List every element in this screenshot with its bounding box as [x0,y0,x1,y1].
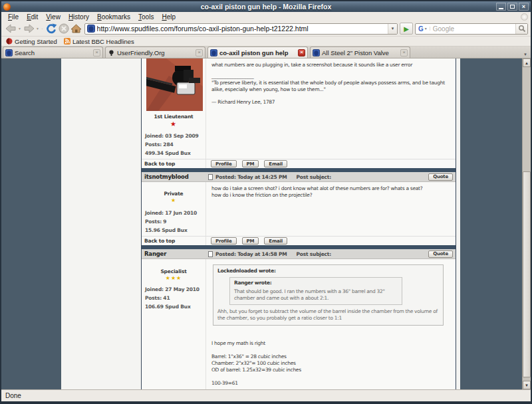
user-joined: Joined: 27 May 2010 [145,285,205,294]
posted-timestamp: Posted: Today at 14:58 PM [215,251,287,257]
quote-author: Lockednloaded wrote: [217,268,439,274]
tab-userfriendly[interactable]: UserFriendly.Org × [105,47,205,58]
search-box[interactable]: G ▼ Google [415,23,528,35]
profile-button[interactable]: Profile [211,237,237,245]
quote-button[interactable]: Quote [428,173,453,181]
user-post-count: Posts: 9 [145,217,205,226]
menu-bookmarks[interactable]: Bookmarks [93,13,134,21]
tab-label: Search [13,49,93,56]
post-2-user-column: Private ★ Joined: 17 Jun 2010 Posts: 9 1… [142,182,206,236]
menu-help[interactable]: Help [158,13,180,21]
search-engine-dropdown-icon[interactable]: ▼ [424,27,430,31]
avatar [146,58,203,111]
tab-label: UserFriendly.Org [115,49,196,56]
post-author[interactable]: itsnotmyblood [142,173,206,180]
tab-piston-valve[interactable]: All Steel 2" Piston Valve × [310,47,410,58]
url-input[interactable]: http://www.spudfiles.com/forums/co-axil-… [97,25,388,33]
tab-close-icon[interactable]: × [298,49,305,56]
firefox-window: co-axil piston gun help - Mozilla Firefo… [0,0,532,404]
search-input[interactable]: Google [430,25,515,33]
tab-close-icon[interactable]: × [400,49,408,56]
user-joined: Joined: 03 Sep 2009 [145,132,205,140]
menu-history[interactable]: History [65,13,93,21]
quote-block-inner: Ranger wrote: That should be good. I ran… [229,277,402,305]
tab-label: co-axil piston gun help [217,49,298,56]
forum-thread-table: 1st Lieutenant ★ Joined: 03 Sep 2009 Pos… [141,58,456,389]
bookmark-getting-started[interactable]: Getting Started [5,38,59,45]
stop-button[interactable] [58,22,70,35]
menu-tools[interactable]: Tools [134,13,158,21]
stop-icon [59,23,69,34]
rank-star-icon: ★ [142,197,205,203]
user-spud-bux: 106.69 Spud Bux [145,302,205,311]
tab-close-icon[interactable]: × [196,49,203,56]
email-button[interactable]: Email [264,237,287,245]
bookmark-label: Latest BBC Headlines [72,38,134,45]
post-text: I hope my math is right Barrel: 1"x36" =… [211,340,450,389]
back-icon [5,23,17,34]
user-details: Joined: 03 Sep 2009 Posts: 284 499.34 Sp… [142,132,205,157]
posted-timestamp: Posted: Today at 14:25 PM [215,174,287,180]
maximize-button[interactable] [507,3,517,11]
rank-stars-icon: ★★★ [142,275,205,281]
go-button[interactable]: ▶ [400,23,413,35]
user-joined: Joined: 17 Jun 2010 [145,209,205,217]
signature-divider: _________________ [211,73,450,80]
tab-search[interactable]: Search × [3,47,103,58]
close-button[interactable]: × [519,3,529,11]
tab-close-icon[interactable]: × [93,49,100,56]
url-bar[interactable]: http://www.spudfiles.com/forums/co-axil-… [84,23,398,35]
post-subject-label: Post subject: [296,174,331,180]
status-bar: Done [1,389,531,401]
post-3: Specialist ★★★ Joined: 27 May 2010 Posts… [142,259,456,389]
scroll-up-button[interactable]: ▲ [523,58,531,67]
user-rank: 1st Lieutenant [142,114,205,120]
user-spud-bux: 15.96 Spud Bux [145,226,205,235]
quote-block-outer: Lockednloaded wrote: Ranger wrote: That … [213,264,444,326]
scroll-down-button[interactable]: ▼ [523,381,531,389]
close-icon: × [522,3,525,10]
reload-button[interactable] [45,22,58,35]
quote-button[interactable]: Quote [428,251,453,258]
quote-author: Ranger wrote: [234,280,398,286]
user-post-count: Posts: 41 [145,294,205,302]
tab-co-axil-piston-gun-help[interactable]: co-axil piston gun help × [207,47,308,58]
post-page-icon [208,174,213,180]
minimize-button[interactable] [496,3,506,11]
back-to-top-link[interactable]: Back to top [142,237,206,245]
site-favicon [87,25,95,33]
menu-file[interactable]: File [4,13,23,21]
post-text: how do i take a screen shot? i dont know… [211,185,450,199]
user-rank: Private [142,191,205,197]
maximize-icon [510,5,515,9]
vertical-scrollbar[interactable]: ▲ ▼ [522,58,531,389]
menu-view[interactable]: View [42,13,65,21]
pm-button[interactable]: PM [242,237,259,245]
post-2-header: itsnotmyblood Posted: Today at 14:25 PM … [142,172,456,182]
search-go-button[interactable] [515,24,527,34]
post-text: what numbers are ou plugging in, take a … [211,62,450,68]
home-button[interactable] [70,22,82,35]
post-2: Private ★ Joined: 17 Jun 2010 Posts: 9 1… [142,182,456,236]
titlebar[interactable]: co-axil piston gun help - Mozilla Firefo… [1,1,531,12]
back-button[interactable] [4,22,18,35]
pm-button[interactable]: PM [242,160,259,167]
tab-overflow-dropdown-icon[interactable]: ▼ [523,52,529,58]
reload-icon [45,23,57,35]
scrollbar-thumb[interactable] [523,171,531,377]
bookmark-bbc-headlines[interactable]: Latest BBC Headlines [63,38,136,45]
tab-favicon [210,49,217,56]
bookmark-label: Getting Started [15,38,57,45]
rank-star-icon: ★ [142,120,205,128]
forward-button[interactable] [22,22,36,35]
back-to-top-link[interactable]: Back to top [142,159,206,168]
menu-edit[interactable]: Edit [23,13,42,21]
getting-started-icon [6,38,13,45]
user-details: Joined: 27 May 2010 Posts: 41 106.69 Spu… [142,285,205,311]
toolbar-separator: · [40,26,45,32]
user-rank: Specialist [142,268,205,274]
profile-button[interactable]: Profile [211,160,237,167]
email-button[interactable]: Email [264,160,287,167]
url-history-dropdown[interactable]: ▼ [388,24,397,34]
post-author[interactable]: Ranger [142,251,206,257]
